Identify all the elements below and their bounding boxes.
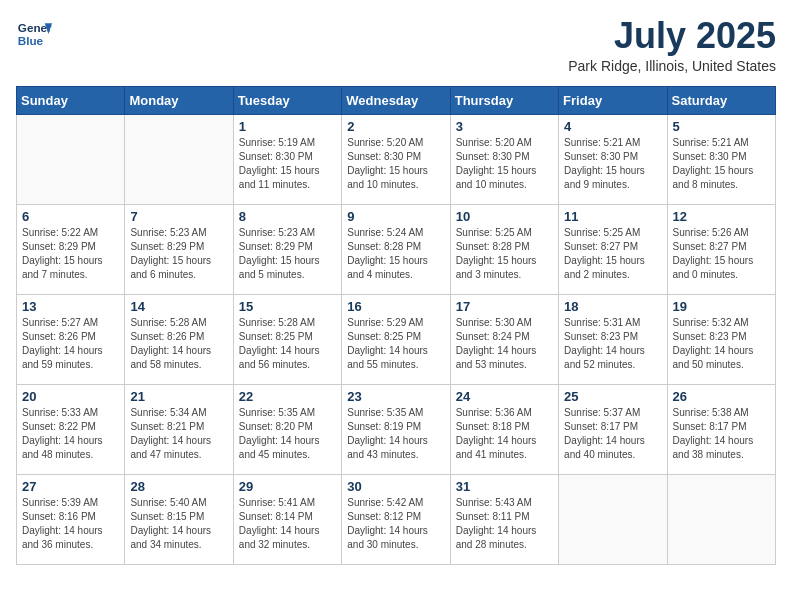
calendar-cell: 4Sunrise: 5:21 AM Sunset: 8:30 PM Daylig… (559, 114, 667, 204)
day-info: Sunrise: 5:27 AM Sunset: 8:26 PM Dayligh… (22, 316, 119, 372)
day-number: 18 (564, 299, 661, 314)
day-number: 13 (22, 299, 119, 314)
day-number: 15 (239, 299, 336, 314)
day-info: Sunrise: 5:31 AM Sunset: 8:23 PM Dayligh… (564, 316, 661, 372)
day-number: 30 (347, 479, 444, 494)
day-number: 28 (130, 479, 227, 494)
day-number: 27 (22, 479, 119, 494)
calendar-cell: 24Sunrise: 5:36 AM Sunset: 8:18 PM Dayli… (450, 384, 558, 474)
calendar-cell: 8Sunrise: 5:23 AM Sunset: 8:29 PM Daylig… (233, 204, 341, 294)
calendar-table: SundayMondayTuesdayWednesdayThursdayFrid… (16, 86, 776, 565)
day-number: 25 (564, 389, 661, 404)
day-info: Sunrise: 5:26 AM Sunset: 8:27 PM Dayligh… (673, 226, 770, 282)
day-number: 6 (22, 209, 119, 224)
calendar-cell (17, 114, 125, 204)
page-header: General Blue July 2025 Park Ridge, Illin… (16, 16, 776, 74)
week-row-2: 6Sunrise: 5:22 AM Sunset: 8:29 PM Daylig… (17, 204, 776, 294)
calendar-cell (125, 114, 233, 204)
day-info: Sunrise: 5:33 AM Sunset: 8:22 PM Dayligh… (22, 406, 119, 462)
calendar-cell: 21Sunrise: 5:34 AM Sunset: 8:21 PM Dayli… (125, 384, 233, 474)
day-info: Sunrise: 5:21 AM Sunset: 8:30 PM Dayligh… (673, 136, 770, 192)
calendar-cell: 16Sunrise: 5:29 AM Sunset: 8:25 PM Dayli… (342, 294, 450, 384)
calendar-cell: 29Sunrise: 5:41 AM Sunset: 8:14 PM Dayli… (233, 474, 341, 564)
day-info: Sunrise: 5:34 AM Sunset: 8:21 PM Dayligh… (130, 406, 227, 462)
week-row-3: 13Sunrise: 5:27 AM Sunset: 8:26 PM Dayli… (17, 294, 776, 384)
day-number: 21 (130, 389, 227, 404)
day-info: Sunrise: 5:37 AM Sunset: 8:17 PM Dayligh… (564, 406, 661, 462)
calendar-cell: 11Sunrise: 5:25 AM Sunset: 8:27 PM Dayli… (559, 204, 667, 294)
day-number: 10 (456, 209, 553, 224)
calendar-cell: 23Sunrise: 5:35 AM Sunset: 8:19 PM Dayli… (342, 384, 450, 474)
calendar-cell: 28Sunrise: 5:40 AM Sunset: 8:15 PM Dayli… (125, 474, 233, 564)
logo: General Blue (16, 16, 52, 52)
calendar-cell: 13Sunrise: 5:27 AM Sunset: 8:26 PM Dayli… (17, 294, 125, 384)
calendar-cell: 6Sunrise: 5:22 AM Sunset: 8:29 PM Daylig… (17, 204, 125, 294)
weekday-header-monday: Monday (125, 86, 233, 114)
week-row-1: 1Sunrise: 5:19 AM Sunset: 8:30 PM Daylig… (17, 114, 776, 204)
calendar-cell: 22Sunrise: 5:35 AM Sunset: 8:20 PM Dayli… (233, 384, 341, 474)
day-info: Sunrise: 5:30 AM Sunset: 8:24 PM Dayligh… (456, 316, 553, 372)
day-info: Sunrise: 5:32 AM Sunset: 8:23 PM Dayligh… (673, 316, 770, 372)
calendar-cell: 7Sunrise: 5:23 AM Sunset: 8:29 PM Daylig… (125, 204, 233, 294)
calendar-cell: 18Sunrise: 5:31 AM Sunset: 8:23 PM Dayli… (559, 294, 667, 384)
calendar-cell: 25Sunrise: 5:37 AM Sunset: 8:17 PM Dayli… (559, 384, 667, 474)
day-info: Sunrise: 5:25 AM Sunset: 8:27 PM Dayligh… (564, 226, 661, 282)
calendar-cell: 5Sunrise: 5:21 AM Sunset: 8:30 PM Daylig… (667, 114, 775, 204)
day-info: Sunrise: 5:41 AM Sunset: 8:14 PM Dayligh… (239, 496, 336, 552)
calendar-cell: 17Sunrise: 5:30 AM Sunset: 8:24 PM Dayli… (450, 294, 558, 384)
day-info: Sunrise: 5:23 AM Sunset: 8:29 PM Dayligh… (130, 226, 227, 282)
day-number: 16 (347, 299, 444, 314)
day-number: 19 (673, 299, 770, 314)
calendar-cell: 19Sunrise: 5:32 AM Sunset: 8:23 PM Dayli… (667, 294, 775, 384)
calendar-cell: 2Sunrise: 5:20 AM Sunset: 8:30 PM Daylig… (342, 114, 450, 204)
week-row-4: 20Sunrise: 5:33 AM Sunset: 8:22 PM Dayli… (17, 384, 776, 474)
calendar-cell: 31Sunrise: 5:43 AM Sunset: 8:11 PM Dayli… (450, 474, 558, 564)
calendar-cell (559, 474, 667, 564)
weekday-header-saturday: Saturday (667, 86, 775, 114)
day-info: Sunrise: 5:42 AM Sunset: 8:12 PM Dayligh… (347, 496, 444, 552)
calendar-cell: 12Sunrise: 5:26 AM Sunset: 8:27 PM Dayli… (667, 204, 775, 294)
calendar-cell: 1Sunrise: 5:19 AM Sunset: 8:30 PM Daylig… (233, 114, 341, 204)
day-info: Sunrise: 5:24 AM Sunset: 8:28 PM Dayligh… (347, 226, 444, 282)
day-number: 8 (239, 209, 336, 224)
day-number: 3 (456, 119, 553, 134)
day-number: 24 (456, 389, 553, 404)
day-info: Sunrise: 5:28 AM Sunset: 8:26 PM Dayligh… (130, 316, 227, 372)
day-number: 17 (456, 299, 553, 314)
month-title: July 2025 (568, 16, 776, 56)
day-info: Sunrise: 5:19 AM Sunset: 8:30 PM Dayligh… (239, 136, 336, 192)
day-number: 2 (347, 119, 444, 134)
day-number: 5 (673, 119, 770, 134)
day-number: 1 (239, 119, 336, 134)
day-info: Sunrise: 5:21 AM Sunset: 8:30 PM Dayligh… (564, 136, 661, 192)
day-info: Sunrise: 5:23 AM Sunset: 8:29 PM Dayligh… (239, 226, 336, 282)
calendar-cell (667, 474, 775, 564)
day-number: 23 (347, 389, 444, 404)
day-info: Sunrise: 5:28 AM Sunset: 8:25 PM Dayligh… (239, 316, 336, 372)
week-row-5: 27Sunrise: 5:39 AM Sunset: 8:16 PM Dayli… (17, 474, 776, 564)
day-info: Sunrise: 5:36 AM Sunset: 8:18 PM Dayligh… (456, 406, 553, 462)
day-number: 29 (239, 479, 336, 494)
calendar-cell: 9Sunrise: 5:24 AM Sunset: 8:28 PM Daylig… (342, 204, 450, 294)
calendar-cell: 26Sunrise: 5:38 AM Sunset: 8:17 PM Dayli… (667, 384, 775, 474)
day-number: 14 (130, 299, 227, 314)
day-info: Sunrise: 5:35 AM Sunset: 8:19 PM Dayligh… (347, 406, 444, 462)
day-number: 20 (22, 389, 119, 404)
calendar-cell: 30Sunrise: 5:42 AM Sunset: 8:12 PM Dayli… (342, 474, 450, 564)
logo-icon: General Blue (16, 16, 52, 52)
weekday-header-sunday: Sunday (17, 86, 125, 114)
day-info: Sunrise: 5:22 AM Sunset: 8:29 PM Dayligh… (22, 226, 119, 282)
day-info: Sunrise: 5:20 AM Sunset: 8:30 PM Dayligh… (456, 136, 553, 192)
day-number: 31 (456, 479, 553, 494)
weekday-header-row: SundayMondayTuesdayWednesdayThursdayFrid… (17, 86, 776, 114)
weekday-header-thursday: Thursday (450, 86, 558, 114)
calendar-cell: 14Sunrise: 5:28 AM Sunset: 8:26 PM Dayli… (125, 294, 233, 384)
day-info: Sunrise: 5:25 AM Sunset: 8:28 PM Dayligh… (456, 226, 553, 282)
weekday-header-wednesday: Wednesday (342, 86, 450, 114)
day-number: 4 (564, 119, 661, 134)
day-info: Sunrise: 5:40 AM Sunset: 8:15 PM Dayligh… (130, 496, 227, 552)
day-info: Sunrise: 5:35 AM Sunset: 8:20 PM Dayligh… (239, 406, 336, 462)
calendar-cell: 15Sunrise: 5:28 AM Sunset: 8:25 PM Dayli… (233, 294, 341, 384)
weekday-header-friday: Friday (559, 86, 667, 114)
calendar-cell: 3Sunrise: 5:20 AM Sunset: 8:30 PM Daylig… (450, 114, 558, 204)
